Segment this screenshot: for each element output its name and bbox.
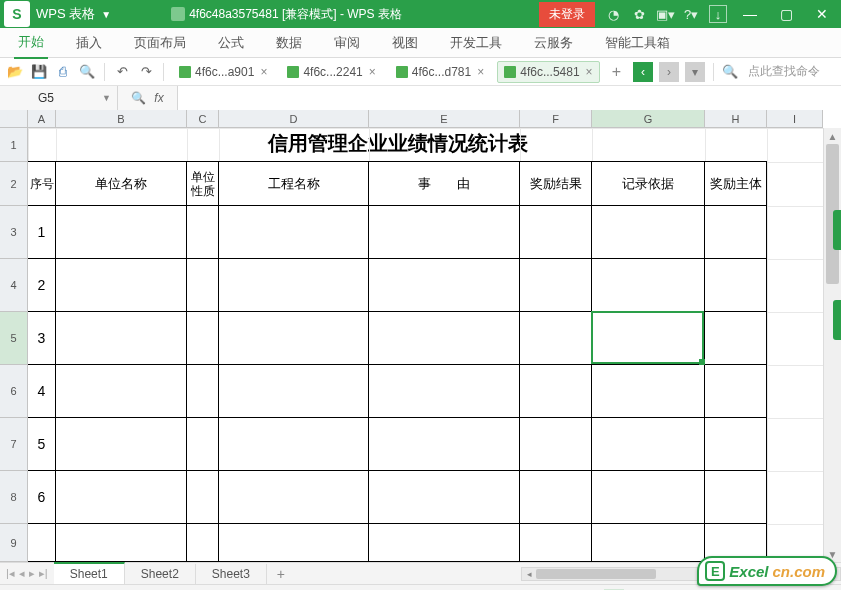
data-cell[interactable] [704,417,767,471]
data-cell[interactable] [519,470,592,524]
data-cell[interactable]: 1 [28,205,56,259]
close-tab-icon[interactable]: × [369,65,376,79]
tab-cloud[interactable]: 云服务 [530,28,577,58]
data-cell[interactable] [28,523,56,562]
file-tab-1[interactable]: 4f6c...2241× [280,61,382,83]
cell-grid[interactable]: 信用管理企业业绩情况统计表 序号单位名称单位性质工程名称事 由奖励结果记录依据奖… [28,128,823,562]
data-cell[interactable] [186,258,219,312]
login-button[interactable]: 未登录 [539,2,595,27]
data-cell[interactable] [218,364,369,418]
data-cell[interactable] [591,258,705,312]
column-header-I[interactable]: I [767,110,823,128]
maximize-button[interactable]: ▢ [773,3,799,25]
tab-view[interactable]: 视图 [388,28,422,58]
row-header-7[interactable]: 7 [0,418,28,471]
tab-nav-left[interactable]: ‹ [633,62,653,82]
cancel-formula-icon[interactable]: 🔍 [131,91,146,105]
settings-icon[interactable]: ✿ [631,6,647,22]
sheet-tab-1[interactable]: Sheet1 [54,562,125,584]
data-cell[interactable] [704,470,767,524]
header-cell[interactable]: 记录依据 [591,161,705,206]
tab-review[interactable]: 审阅 [330,28,364,58]
file-tab-3[interactable]: 4f6c...5481× [497,61,599,83]
data-cell[interactable] [218,258,369,312]
tab-layout[interactable]: 页面布局 [130,28,190,58]
data-cell[interactable] [186,364,219,418]
data-cell[interactable] [368,417,520,471]
data-cell[interactable] [218,417,369,471]
header-cell[interactable]: 工程名称 [218,161,369,206]
add-sheet-button[interactable]: + [267,566,295,582]
file-tab-2[interactable]: 4f6c...d781× [389,61,491,83]
nav-last-icon[interactable]: ▸| [39,567,48,580]
sync-icon[interactable]: ◔ [605,6,621,22]
data-cell[interactable] [591,417,705,471]
data-cell[interactable] [591,364,705,418]
column-header-C[interactable]: C [187,110,219,128]
column-header-E[interactable]: E [369,110,520,128]
search-icon[interactable]: 🔍 [722,64,738,79]
add-tab-button[interactable]: + [606,63,627,81]
sheet-nav[interactable]: |◂◂▸▸| [0,567,54,580]
data-cell[interactable] [368,364,520,418]
header-cell[interactable]: 奖励主体 [704,161,767,206]
side-panel-tab[interactable] [833,210,841,250]
column-header-H[interactable]: H [705,110,767,128]
search-commands[interactable]: 点此查找命令 [748,63,820,80]
help-icon[interactable]: ?▾ [683,6,699,22]
data-cell[interactable] [218,311,369,365]
data-cell[interactable] [218,523,369,562]
data-cell[interactable] [519,258,592,312]
data-cell[interactable] [218,205,369,259]
data-cell[interactable] [519,417,592,471]
tab-smart[interactable]: 智能工具箱 [601,28,674,58]
tab-formula[interactable]: 公式 [214,28,248,58]
redo-icon[interactable]: ↷ [137,63,155,81]
vertical-scrollbar[interactable]: ▲ ▼ [823,128,841,562]
tab-data[interactable]: 数据 [272,28,306,58]
row-header-5[interactable]: 5 [0,312,28,365]
nav-next-icon[interactable]: ▸ [29,567,35,580]
header-cell[interactable]: 奖励结果 [519,161,592,206]
skin-icon[interactable]: ▣▾ [657,6,673,22]
data-cell[interactable] [591,523,705,562]
data-cell[interactable] [368,523,520,562]
tab-list-button[interactable]: ▾ [685,62,705,82]
data-cell[interactable]: 3 [28,311,56,365]
minimize-button[interactable]: — [737,3,763,25]
row-header-9[interactable]: 9 [0,524,28,562]
nav-prev-icon[interactable]: ◂ [19,567,25,580]
spreadsheet-area[interactable]: ABCDEFGHI 123456789 信用管理企业业绩情况统计表 序号单位名称… [0,110,841,562]
nav-first-icon[interactable]: |◂ [6,567,15,580]
tab-start[interactable]: 开始 [14,27,48,59]
data-cell[interactable] [368,258,520,312]
close-tab-icon[interactable]: × [586,65,593,79]
data-cell[interactable] [186,311,219,365]
data-cell[interactable] [591,311,705,365]
data-cell[interactable] [591,470,705,524]
data-cell[interactable]: 6 [28,470,56,524]
close-tab-icon[interactable]: × [260,65,267,79]
data-cell[interactable] [368,470,520,524]
data-cell[interactable] [186,523,219,562]
formula-input[interactable] [178,86,841,110]
file-tab-0[interactable]: 4f6c...a901× [172,61,274,83]
sheet-tab-2[interactable]: Sheet2 [125,564,196,584]
row-header-4[interactable]: 4 [0,259,28,312]
save-icon[interactable]: 💾 [30,63,48,81]
column-header-G[interactable]: G [592,110,705,128]
data-cell[interactable]: 5 [28,417,56,471]
row-header-1[interactable]: 1 [0,128,28,162]
row-header-6[interactable]: 6 [0,365,28,418]
header-cell[interactable]: 单位名称 [55,161,187,206]
column-header-B[interactable]: B [56,110,187,128]
scroll-thumb[interactable] [536,569,656,579]
data-cell[interactable]: 4 [28,364,56,418]
data-cell[interactable] [55,258,187,312]
data-cell[interactable] [704,205,767,259]
scroll-up-icon[interactable]: ▲ [824,128,841,144]
header-cell[interactable]: 单位性质 [186,161,219,206]
header-cell[interactable]: 事 由 [368,161,520,206]
data-cell[interactable] [55,364,187,418]
header-cell[interactable]: 序号 [28,161,56,206]
